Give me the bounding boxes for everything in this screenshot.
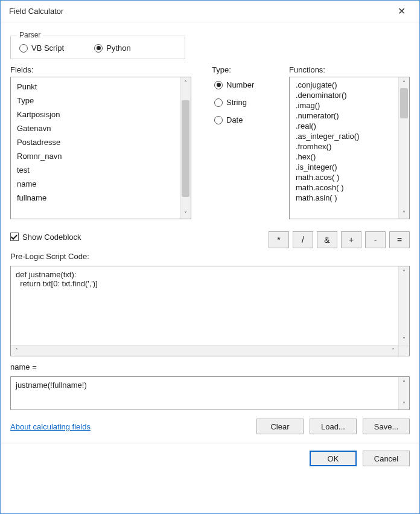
operator-buttons: * / & + - = [269, 231, 410, 248]
dialog-content: Parser VB Script Python Fields: Punkt [1, 22, 419, 513]
parser-legend: Parser [17, 31, 43, 39]
scroll-down-icon[interactable]: ˅ [399, 334, 409, 345]
parser-options: VB Script Python [19, 43, 176, 53]
functions-listbox[interactable]: .conjugate() .denominator() .imag() .num… [289, 77, 410, 219]
dialog-buttons: OK Cancel [10, 443, 410, 466]
list-item[interactable]: math.asin( ) [294, 193, 393, 203]
type-column: Type: Number String Date [212, 65, 278, 219]
list-item[interactable]: test [16, 163, 175, 177]
scroll-up-icon[interactable]: ˄ [399, 377, 409, 388]
window-title: Field Calculator [9, 7, 389, 16]
prelogic-code-area[interactable]: def justname(txt): return txt[0: txt.fin… [10, 266, 410, 356]
parser-radio-python[interactable]: Python [94, 43, 130, 53]
field-calculator-dialog: Field Calculator ✕ Parser VB Script Pyth… [0, 0, 420, 514]
scroll-thumb[interactable] [182, 100, 189, 197]
top-row: Fields: Punkt Type Kartposisjon Gatenavn… [10, 65, 410, 219]
ok-button[interactable]: OK [310, 451, 357, 466]
show-codeblock-checkbox[interactable] [10, 233, 19, 241]
scroll-track[interactable] [399, 277, 409, 334]
close-icon: ✕ [398, 5, 406, 17]
type-options: Number String Date [212, 80, 278, 124]
fields-listbox-inner: Punkt Type Kartposisjon Gatenavn Postadr… [11, 77, 180, 219]
fields-label: Fields: [10, 65, 191, 74]
list-item[interactable]: .as_integer_ratio() [294, 131, 393, 141]
list-item[interactable]: Gatenavn [16, 121, 175, 135]
list-item[interactable]: Kartposisjon [16, 108, 175, 121]
list-item[interactable]: .conjugate() [294, 80, 393, 90]
scrollbar-vertical[interactable]: ˄ ˅ [180, 77, 191, 219]
scroll-up-icon[interactable]: ˄ [180, 77, 191, 88]
list-item[interactable]: .fromhex() [294, 141, 393, 152]
list-item[interactable]: .real() [294, 121, 393, 131]
radio-label: Python [106, 43, 130, 53]
scroll-track[interactable] [399, 388, 409, 399]
list-item[interactable]: Postadresse [16, 135, 175, 149]
list-item[interactable]: .hex() [294, 152, 393, 162]
scroll-down-icon[interactable]: ˅ [399, 399, 409, 410]
functions-column: Functions: .conjugate() .denominator() .… [289, 65, 410, 219]
fields-column: Fields: Punkt Type Kartposisjon Gatenavn… [10, 65, 191, 219]
type-radio-number[interactable]: Number [214, 80, 278, 89]
radio-label: Date [226, 115, 243, 124]
functions-listbox-inner: .conjugate() .denominator() .imag() .num… [290, 77, 398, 219]
op-plus-button[interactable]: + [341, 231, 361, 248]
list-item[interactable]: fullname [16, 191, 175, 205]
expression-label: name = [10, 362, 410, 371]
functions-label: Functions: [289, 65, 410, 74]
type-radio-string[interactable]: String [214, 98, 278, 107]
list-item[interactable]: math.acos( ) [294, 172, 393, 182]
radio-icon [94, 44, 103, 53]
scrollbar-horizontal[interactable]: ˂ ˃ [11, 345, 398, 356]
op-minus-button[interactable]: - [365, 231, 386, 248]
op-equals-button[interactable]: = [389, 231, 410, 248]
scroll-up-icon[interactable]: ˄ [399, 77, 409, 88]
cancel-button[interactable]: Cancel [363, 451, 410, 466]
list-item[interactable]: .imag() [294, 100, 393, 111]
scroll-up-icon[interactable]: ˄ [399, 266, 409, 277]
scroll-right-icon[interactable]: ˃ [387, 345, 398, 356]
scroll-thumb[interactable] [400, 88, 408, 118]
radio-label: Number [226, 80, 254, 89]
titlebar: Field Calculator ✕ [1, 1, 419, 22]
scrollbar-vertical[interactable]: ˄ ˅ [398, 266, 409, 345]
radio-icon [214, 116, 223, 124]
expression-box[interactable]: justname(!fullname!) ˄ ˅ [10, 376, 410, 410]
op-concat-button[interactable]: & [317, 231, 337, 248]
list-item[interactable]: name [16, 177, 175, 191]
type-radio-date[interactable]: Date [214, 115, 278, 124]
save-button[interactable]: Save... [363, 419, 410, 434]
radio-icon [214, 98, 223, 107]
radio-icon [214, 81, 223, 89]
list-item[interactable]: Type [16, 94, 175, 108]
fields-listbox[interactable]: Punkt Type Kartposisjon Gatenavn Postadr… [10, 77, 191, 219]
op-divide-button[interactable]: / [293, 231, 313, 248]
scroll-down-icon[interactable]: ˅ [399, 208, 409, 219]
scroll-track[interactable] [22, 345, 387, 356]
list-item[interactable]: math.acosh( ) [294, 182, 393, 193]
scroll-left-icon[interactable]: ˂ [11, 345, 22, 356]
show-codeblock-label: Show Codeblock [22, 233, 81, 242]
list-item[interactable]: Punkt [16, 80, 175, 94]
type-label: Type: [212, 65, 278, 74]
scroll-down-icon[interactable]: ˅ [180, 208, 191, 219]
load-button[interactable]: Load... [310, 419, 357, 434]
scroll-track[interactable] [180, 88, 191, 208]
prelogic-label: Pre-Logic Script Code: [10, 252, 410, 261]
about-link[interactable]: About calculating fields [10, 422, 91, 431]
clear-button[interactable]: Clear [256, 419, 304, 434]
middle-row: Show Codeblock * / & + - = [10, 225, 410, 248]
radio-icon [19, 44, 28, 53]
op-multiply-button[interactable]: * [269, 231, 289, 248]
scrollbar-vertical[interactable]: ˄ ˅ [398, 377, 409, 410]
list-item[interactable]: Romnr_navn [16, 149, 175, 163]
bottom-row-actions: About calculating fields Clear Load... S… [10, 419, 410, 434]
scrollbar-vertical[interactable]: ˄ ˅ [398, 77, 409, 219]
scroll-track[interactable] [399, 88, 409, 208]
list-item[interactable]: .denominator() [294, 90, 393, 100]
expression-text[interactable]: justname(!fullname!) [16, 381, 397, 406]
list-item[interactable]: .is_integer() [294, 162, 393, 172]
prelogic-code-text[interactable]: def justname(txt): return txt[0: txt.fin… [16, 270, 397, 344]
list-item[interactable]: .numerator() [294, 111, 393, 121]
parser-radio-vbscript[interactable]: VB Script [19, 43, 64, 53]
close-button[interactable]: ✕ [389, 2, 413, 21]
